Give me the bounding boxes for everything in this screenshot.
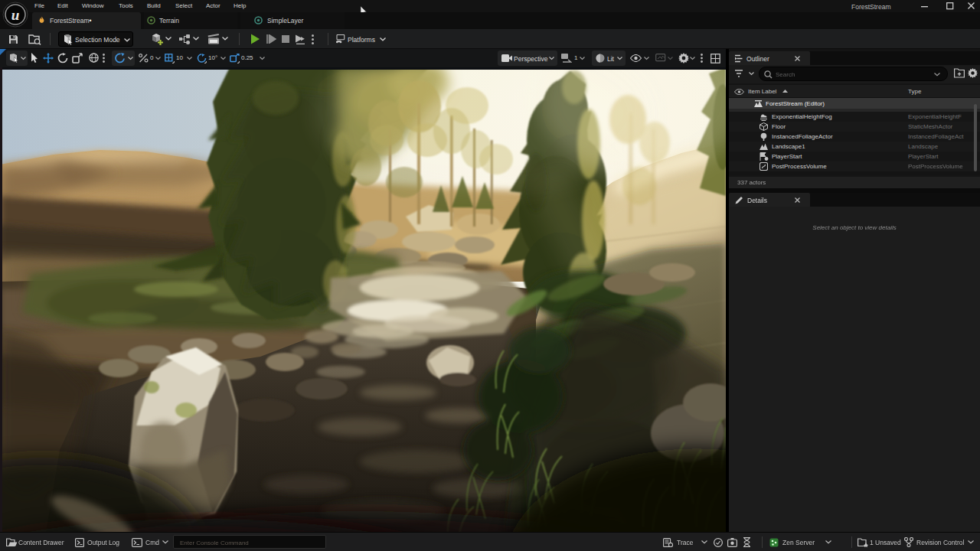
svg-text:u: u bbox=[11, 7, 20, 23]
